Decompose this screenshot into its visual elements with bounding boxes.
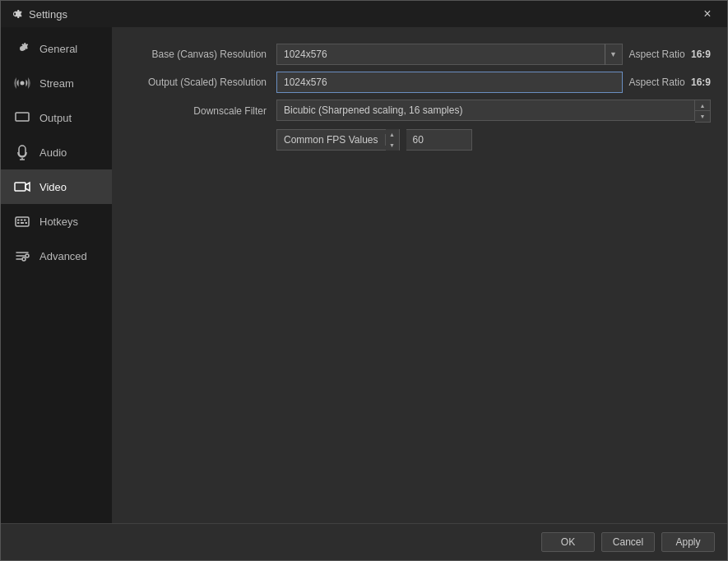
sidebar-label-video: Video xyxy=(39,181,67,193)
sidebar-label-hotkeys: Hotkeys xyxy=(39,216,78,228)
cancel-button[interactable]: Cancel xyxy=(601,532,655,552)
video-settings-panel: Base (Canvas) Resolution 1024x576 1280x7… xyxy=(112,27,727,523)
svg-point-10 xyxy=(26,254,29,257)
svg-rect-3 xyxy=(16,217,29,226)
svg-rect-8 xyxy=(21,222,24,224)
sidebar-item-hotkeys[interactable]: Hotkeys xyxy=(1,204,112,239)
titlebar-left: Settings xyxy=(9,7,67,21)
fps-spinner-buttons: ▲ ▼ xyxy=(386,129,399,151)
downscale-filter-display: Bicubic (Sharpened scaling, 16 samples) xyxy=(276,100,695,121)
sidebar-item-general[interactable]: General xyxy=(1,31,112,66)
output-resolution-input[interactable]: 1024x576 xyxy=(276,72,623,93)
svg-rect-4 xyxy=(17,220,20,221)
svg-rect-2 xyxy=(15,183,26,191)
titlebar-gear-icon xyxy=(9,7,22,21)
base-resolution-select-wrapper: 1024x576 1280x720 1920x1080 ▼ xyxy=(276,44,623,65)
svg-rect-7 xyxy=(17,222,20,224)
advanced-icon xyxy=(13,247,31,265)
ok-button[interactable]: OK xyxy=(541,532,595,552)
sidebar-label-general: General xyxy=(39,43,77,55)
downscale-filter-controls: Bicubic (Sharpened scaling, 16 samples) … xyxy=(276,100,711,123)
fps-controls: Common FPS Values ▲ ▼ 60 xyxy=(276,129,711,151)
main-content: General Stream xyxy=(1,27,727,523)
sidebar-label-advanced: Advanced xyxy=(39,250,87,262)
fps-row: Common FPS Values ▲ ▼ 60 xyxy=(128,129,711,151)
downscale-filter-row: Downscale Filter Bicubic (Sharpened scal… xyxy=(128,100,711,123)
svg-rect-9 xyxy=(26,222,28,224)
downscale-spin-down[interactable]: ▼ xyxy=(695,111,710,122)
svg-point-0 xyxy=(21,81,25,86)
sidebar-item-output[interactable]: Output xyxy=(1,100,112,135)
fps-label-text: Common FPS Values xyxy=(277,134,386,146)
sidebar-label-audio: Audio xyxy=(39,146,67,159)
downscale-filter-label: Downscale Filter xyxy=(128,105,276,117)
apply-button[interactable]: Apply xyxy=(661,532,715,552)
titlebar-title: Settings xyxy=(29,8,67,21)
svg-point-11 xyxy=(22,257,26,261)
stream-icon xyxy=(13,74,31,92)
base-resolution-select[interactable]: 1024x576 1280x720 1920x1080 xyxy=(276,44,623,65)
output-resolution-label: Output (Scaled) Resolution xyxy=(128,76,276,88)
svg-rect-6 xyxy=(24,220,26,221)
output-resolution-controls: 1024x576 Aspect Ratio 16:9 xyxy=(276,72,711,93)
downscale-filter-wrapper: Bicubic (Sharpened scaling, 16 samples) … xyxy=(276,100,711,123)
downscale-spinner: ▲ ▼ xyxy=(695,100,711,123)
audio-icon xyxy=(13,143,31,161)
settings-window: Settings × General xyxy=(0,0,728,561)
fps-spin-down[interactable]: ▼ xyxy=(386,140,399,151)
svg-rect-1 xyxy=(16,113,29,121)
footer: OK Cancel Apply xyxy=(1,523,727,560)
fps-spin-up[interactable]: ▲ xyxy=(386,129,399,140)
sidebar-item-advanced[interactable]: Advanced xyxy=(1,239,112,273)
hotkeys-icon xyxy=(13,212,31,230)
sidebar-label-stream: Stream xyxy=(39,77,74,90)
sidebar: General Stream xyxy=(1,27,112,523)
svg-rect-5 xyxy=(21,220,23,221)
output-aspect-ratio: Aspect Ratio 16:9 xyxy=(629,76,711,88)
titlebar: Settings × xyxy=(1,1,727,27)
output-icon xyxy=(13,109,31,127)
sidebar-item-stream[interactable]: Stream xyxy=(1,66,112,100)
gear-icon xyxy=(13,39,31,58)
fps-label-spinner-group: Common FPS Values ▲ ▼ xyxy=(276,129,400,151)
close-button[interactable]: × xyxy=(696,5,719,23)
sidebar-label-output: Output xyxy=(39,112,72,124)
downscale-spin-up[interactable]: ▲ xyxy=(695,100,710,111)
video-icon xyxy=(13,178,31,196)
base-aspect-ratio: Aspect Ratio 16:9 xyxy=(629,49,711,60)
base-resolution-row: Base (Canvas) Resolution 1024x576 1280x7… xyxy=(128,44,711,65)
fps-value-input[interactable]: 60 xyxy=(406,129,472,151)
base-resolution-label: Base (Canvas) Resolution xyxy=(128,49,276,60)
output-resolution-row: Output (Scaled) Resolution 1024x576 Aspe… xyxy=(128,72,711,93)
sidebar-item-video[interactable]: Video xyxy=(1,169,112,204)
base-resolution-controls: 1024x576 1280x720 1920x1080 ▼ Aspect Rat… xyxy=(276,44,711,65)
sidebar-item-audio[interactable]: Audio xyxy=(1,135,112,169)
